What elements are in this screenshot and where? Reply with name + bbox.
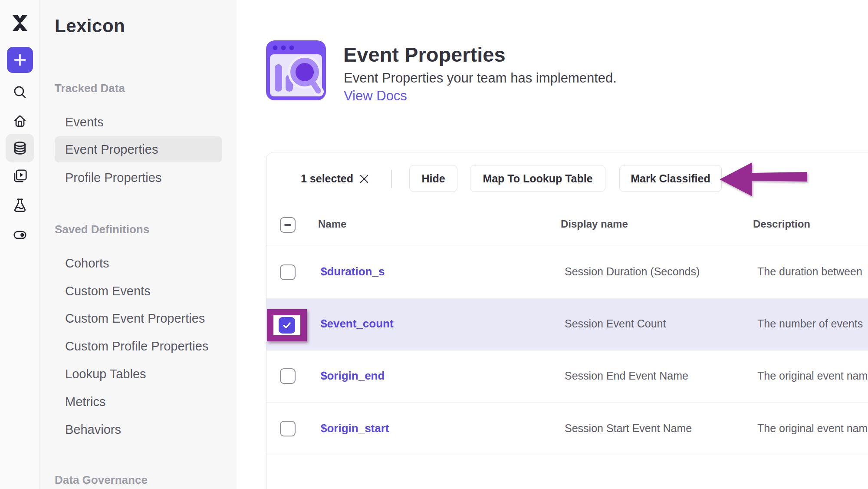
- row-checkbox[interactable]: [280, 421, 296, 436]
- mixpanel-logo-icon[interactable]: [9, 11, 31, 35]
- row-checkbox-checked[interactable]: [279, 317, 295, 334]
- hide-button[interactable]: Hide: [409, 165, 457, 192]
- plus-icon: [13, 53, 26, 66]
- select-all-checkbox[interactable]: [280, 217, 296, 233]
- flask-icon: [12, 197, 28, 213]
- sidebar-item-custom-event-properties[interactable]: Custom Event Properties: [65, 309, 205, 328]
- icon-rail: [0, 0, 40, 489]
- page-subtitle: Event Properties your team has implement…: [344, 70, 617, 86]
- annotation-highlight-box: [267, 309, 307, 341]
- sidebar-title: Lexicon: [55, 16, 125, 36]
- section-label-tracked-data: Tracked Data: [55, 82, 125, 95]
- row-checkbox[interactable]: [280, 264, 296, 280]
- home-nav-item[interactable]: [12, 113, 28, 129]
- table-header-row: Name Display name Description: [266, 205, 868, 245]
- selected-count-label: 1 selected: [301, 172, 353, 185]
- sidebar-item-lookup-tables[interactable]: Lookup Tables: [65, 364, 146, 383]
- mark-classified-button[interactable]: Mark Classified: [619, 165, 722, 192]
- toolbar-divider: [391, 170, 392, 188]
- toggle-nav-item[interactable]: [12, 227, 28, 243]
- create-new-button[interactable]: [7, 47, 33, 73]
- home-icon: [12, 113, 28, 129]
- sidebar-item-events[interactable]: Events: [65, 112, 104, 132]
- display-name-cell: Session Start Event Name: [565, 422, 692, 435]
- description-cell: The original event nam: [757, 422, 868, 435]
- table-row: $origin_start Session Start Event Name T…: [266, 403, 868, 455]
- view-docs-link[interactable]: View Docs: [344, 88, 407, 104]
- search-nav-item[interactable]: [12, 84, 28, 101]
- experiments-nav-item[interactable]: [12, 197, 28, 213]
- annotation-highlight-inner: [273, 315, 300, 335]
- sidebar-item-custom-profile-properties[interactable]: Custom Profile Properties: [65, 337, 208, 356]
- property-name-link[interactable]: $duration_s: [321, 265, 385, 278]
- column-header-name: Name: [318, 218, 346, 230]
- database-icon: [12, 140, 28, 156]
- description-cell: The number of events: [757, 317, 863, 330]
- checkmark-icon: [282, 320, 292, 330]
- map-to-lookup-table-button[interactable]: Map To Lookup Table: [470, 165, 605, 192]
- indeterminate-mark: [284, 224, 291, 226]
- sidebar-item-behaviors[interactable]: Behaviors: [65, 420, 121, 439]
- sidebar-item-event-properties[interactable]: Event Properties: [55, 136, 222, 162]
- property-name-link[interactable]: $origin_end: [321, 369, 385, 383]
- table-row: $origin_end Session End Event Name The o…: [266, 350, 868, 403]
- sidebar-item-profile-properties[interactable]: Profile Properties: [65, 168, 161, 187]
- table-row-selected: $event_count Session Event Count The num…: [266, 299, 868, 350]
- lexicon-sidebar: Lexicon Tracked Data Events Event Proper…: [40, 0, 237, 489]
- display-name-cell: Session Event Count: [565, 317, 666, 330]
- display-name-cell: Session Duration (Seconds): [565, 265, 700, 278]
- boards-nav-item[interactable]: [12, 168, 28, 185]
- boards-icon: [12, 168, 28, 185]
- display-name-cell: Session End Event Name: [565, 370, 688, 382]
- sidebar-item-cohorts[interactable]: Cohorts: [65, 254, 109, 273]
- row-checkbox[interactable]: [280, 368, 296, 384]
- table-row: $duration_s Session Duration (Seconds) T…: [266, 246, 868, 299]
- annotation-arrow: [716, 159, 809, 200]
- column-header-description: Description: [753, 218, 810, 230]
- column-header-display-name: Display name: [561, 218, 628, 230]
- property-name-link[interactable]: $origin_start: [321, 422, 389, 435]
- sidebar-item-metrics[interactable]: Metrics: [65, 392, 105, 411]
- clear-selection-icon[interactable]: [359, 174, 369, 184]
- sidebar-item-custom-events[interactable]: Custom Events: [65, 281, 151, 301]
- event-properties-app-icon: [266, 40, 326, 100]
- data-definitions-nav-item[interactable]: [12, 140, 28, 156]
- section-label-data-governance: Data Governance: [55, 473, 148, 487]
- toggle-icon: [12, 227, 28, 243]
- section-label-saved-definitions: Saved Definitions: [55, 223, 149, 236]
- description-cell: The duration between: [757, 265, 862, 278]
- search-icon: [12, 84, 28, 101]
- description-cell: The original event nam: [757, 370, 868, 382]
- property-name-link[interactable]: $event_count: [321, 317, 394, 330]
- page-title: Event Properties: [343, 43, 506, 66]
